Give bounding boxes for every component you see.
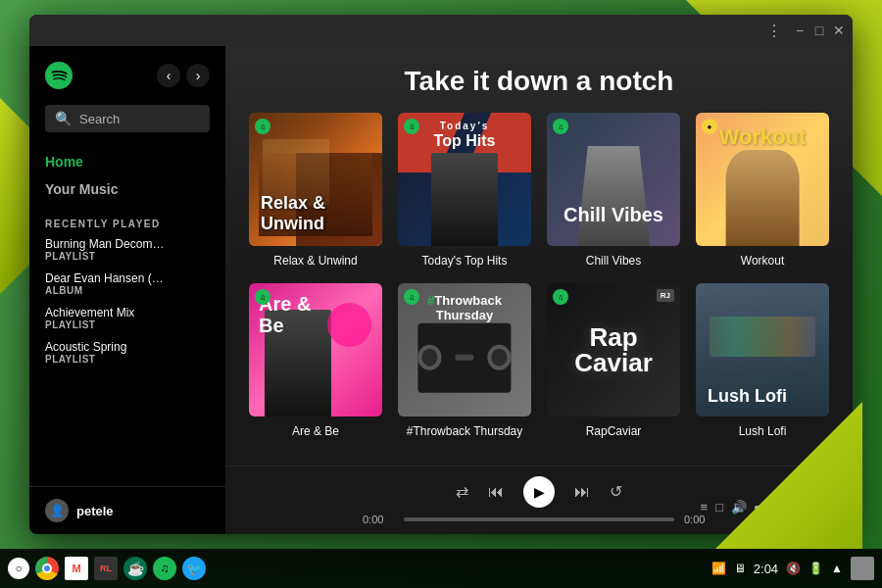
desktop: ⋮ − □ ✕ ‹ › [0,0,882,588]
list-item[interactable]: Achievement Mix PLAYLIST [45,306,210,330]
recently-item-name: Acoustic Spring [45,340,210,354]
card-grid-row2: Are &Be ♫ Are & Be [225,283,853,454]
taskbar-time: 2:04 [754,562,778,576]
card-image: Chill Vibes ♫ [547,113,680,246]
volume-fill [755,506,809,510]
list-item[interactable]: Acoustic Spring PLAYLIST [45,340,210,365]
player-progress: 0:00 0:00 [363,514,715,525]
taskbar-spotify-icon[interactable]: ♫ [153,557,176,580]
card-label: #Throwback Thursday [398,424,531,438]
card-are-and-be[interactable]: Are &Be ♫ Are & Be [249,283,382,438]
taskbar-left: ○ M RL ☕ ♫ 🐦 [8,557,206,580]
taskbar-display-icon: 🖥 [734,562,746,575]
minimize-button[interactable]: − [794,24,806,36]
queue-icon[interactable]: ≡ [701,500,709,514]
sidebar-item-your-music[interactable]: Your Music [45,175,210,203]
time-current: 0:00 [363,514,394,525]
recently-item-type: PLAYLIST [45,319,210,330]
taskbar-dark-app-icon[interactable]: RL [94,557,118,580]
taskbar-network-icon: ▲ [831,562,843,575]
list-item[interactable]: Burning Man Decom… PLAYLIST [45,237,210,262]
window-menu-icon[interactable]: ⋮ [766,22,782,40]
content-header: Take it down a notch [225,46,853,113]
recently-played-list: Burning Man Decom… PLAYLIST Dear Evan Ha… [29,237,225,486]
card-image: #ThrowbackThursday ♫ [398,283,531,416]
taskbar-chrome-icon[interactable] [35,557,59,580]
next-button[interactable]: ⏭ [574,483,590,501]
card-image: Are &Be ♫ [249,283,382,416]
card-chill-vibes[interactable]: Chill Vibes ♫ Chill Vibes [547,113,680,268]
taskbar-battery-icon: 🔋 [808,562,823,575]
lushlofi-card-text: Lush Lofi [708,386,787,407]
recently-item-type: PLAYLIST [45,354,210,365]
taskbar-twitter-icon[interactable]: 🐦 [182,557,206,580]
card-image: Today's Top Hits ♫ [398,113,531,246]
card-image: Relax & Unwind ♫ [249,113,382,246]
taskbar-gmail-icon[interactable]: M [65,557,88,580]
sidebar-logo: ‹ › [45,62,210,89]
spotify-logo-icon [45,62,73,89]
taskbar-mute-icon: 🔇 [786,562,801,575]
card-todays-top-hits[interactable]: Today's Top Hits ♫ Today's Top Hits [398,113,531,268]
search-input[interactable] [79,112,200,126]
play-button[interactable]: ▶ [523,476,555,508]
sidebar-item-home[interactable]: Home [45,148,210,175]
title-bar: ⋮ − □ ✕ [29,15,853,46]
card-label: Chill Vibes [547,254,680,268]
card-image: Lush Lofi [696,283,829,416]
page-title: Take it down a notch [249,66,829,97]
card-label: RapCaviar [547,424,680,438]
recently-item-type: PLAYLIST [45,251,210,262]
card-relax-unwind[interactable]: Relax & Unwind ♫ Relax & Unwind [249,113,382,268]
search-box[interactable]: 🔍 [45,105,210,132]
progress-bar[interactable] [404,517,674,521]
taskbar-avatar[interactable] [851,557,874,580]
spotify-badge-icon: ♫ [255,289,270,305]
card-label: Lush Lofi [696,424,829,438]
taskbar-app-icon[interactable]: ○ [8,558,29,579]
relax-card-title: Relax & Unwind [261,193,382,234]
device-icon[interactable]: □ [715,500,723,514]
taskbar-starbucks-icon[interactable]: ☕ [123,557,147,580]
volume-icon[interactable]: 🔊 [731,500,747,514]
card-throwback-thursday[interactable]: #ThrowbackThursday ♫ [398,283,531,438]
volume-bar[interactable] [755,506,833,510]
back-button[interactable]: ‹ [157,64,180,87]
maximize-button[interactable]: □ [813,24,825,36]
content-area: Take it down a notch Relax & Unwi [225,46,853,466]
username: petele [76,504,114,518]
forward-button[interactable]: › [186,64,210,87]
sidebar-nav: Home Your Music [29,148,225,203]
shuffle-button[interactable]: ⇄ [456,482,468,501]
spotify-window: ⋮ − □ ✕ ‹ › [29,15,853,534]
avatar: 👤 [45,499,69,522]
chill-card-text: Chill Vibes [547,204,680,226]
list-item[interactable]: Dear Evan Hansen (… ALBUM [45,271,210,296]
workout-badge-icon: ● [702,119,717,134]
rapcaviar-card-text: RapCaviar [547,283,680,416]
search-icon: 🔍 [55,111,72,126]
repeat-button[interactable]: ↺ [610,482,622,501]
taskbar: ○ M RL ☕ ♫ 🐦 📶 🖥 2:04 🔇 🔋 ▲ [0,549,882,588]
player-right-controls: ≡ □ 🔊 [701,500,833,514]
card-rapcaviar[interactable]: RapCaviar RJ ♫ RapCaviar [547,283,680,438]
spotify-badge-icon: ♫ [404,289,419,305]
card-workout[interactable]: Workout ● Workout [696,113,829,268]
spotify-badge-icon: ♫ [255,119,270,134]
spotify-badge-icon: ♫ [553,289,568,305]
title-bar-controls: − □ ✕ [794,24,845,36]
main-layout: ‹ › 🔍 Home Your Music RECENTLY PLAYED [29,46,853,534]
recently-played-title: RECENTLY PLAYED [45,219,210,229]
player-bar: ⇄ ⏮ ▶ ⏭ ↺ 0:00 0:00 ≡ [225,466,853,534]
player-controls: ⇄ ⏮ ▶ ⏭ ↺ [456,476,622,508]
card-lush-lofi[interactable]: Lush Lofi Lush Lofi [696,283,829,438]
nav-arrows: ‹ › [157,64,210,87]
spotify-badge-icon: ♫ [553,119,568,134]
card-image: Workout ● [696,113,829,246]
taskbar-wifi-icon: 📶 [711,562,726,575]
card-grid-row1: Relax & Unwind ♫ Relax & Unwind [225,113,853,283]
close-button[interactable]: ✕ [833,24,845,36]
card-image: RapCaviar RJ ♫ [547,283,680,416]
previous-button[interactable]: ⏮ [488,483,504,501]
card-label: Workout [696,254,829,268]
